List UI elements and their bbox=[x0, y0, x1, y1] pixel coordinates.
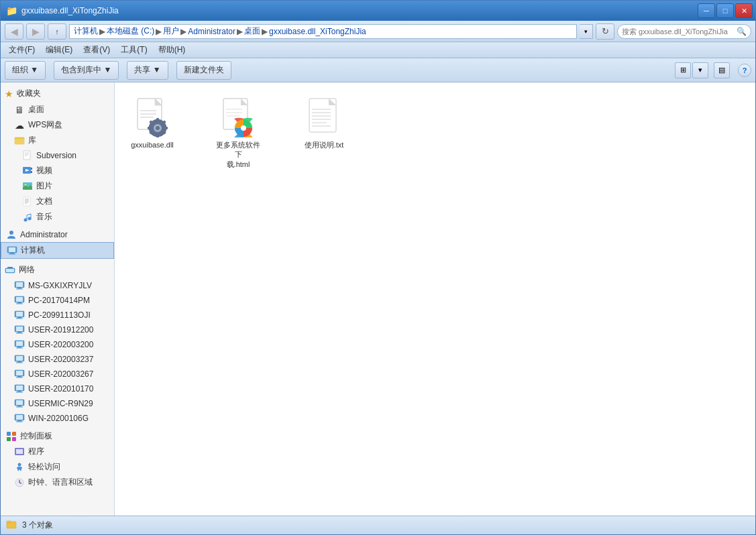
menu-file[interactable]: 文件(F) bbox=[3, 43, 40, 57]
sidebar-item-programs[interactable]: 程序 bbox=[1, 444, 114, 459]
organize-button[interactable]: 组织 ▼ bbox=[5, 61, 46, 80]
menu-help[interactable]: 帮助(H) bbox=[153, 43, 191, 57]
svg-rect-33 bbox=[16, 297, 23, 302]
file-item-dll[interactable]: gxxuibase.dll bbox=[125, 93, 179, 173]
svg-rect-59 bbox=[16, 392, 23, 393]
network-pc6-icon bbox=[14, 354, 25, 365]
svg-rect-71 bbox=[12, 437, 16, 441]
network-header[interactable]: 网络 bbox=[1, 261, 114, 278]
minimize-button[interactable]: ─ bbox=[698, 3, 715, 18]
menu-view[interactable]: 查看(V) bbox=[78, 43, 115, 57]
address-path[interactable]: 计算机 ▶ 本地磁盘 (C:) ▶ 用户 ▶ Administrator ▶ 桌… bbox=[69, 24, 577, 39]
svg-rect-42 bbox=[17, 332, 21, 333]
address-dropdown[interactable]: ▾ bbox=[580, 24, 593, 39]
menu-tools[interactable]: 工具(T) bbox=[115, 43, 152, 57]
file-item-txt[interactable]: 使用说明.txt bbox=[297, 93, 351, 173]
svg-rect-47 bbox=[16, 348, 23, 349]
html-file-icon bbox=[221, 97, 256, 137]
sidebar-item-user-2019[interactable]: USER-201912200 bbox=[1, 322, 114, 337]
sidebar-item-accessibility[interactable]: 轻松访问 bbox=[1, 459, 114, 475]
sidebar-item-win-2020[interactable]: WIN-20200106G bbox=[1, 411, 114, 426]
sidebar-item-music[interactable]: 音乐 bbox=[1, 209, 114, 225]
back-button[interactable]: ◀ bbox=[5, 23, 23, 40]
view-dropdown-button[interactable]: ▾ bbox=[692, 62, 708, 78]
sidebar-item-pc-2099[interactable]: PC-20991113OJI bbox=[1, 308, 114, 322]
new-folder-button[interactable]: 新建文件夹 bbox=[176, 61, 231, 80]
sidebar-item-pc-2017[interactable]: PC-20170414PM bbox=[1, 293, 114, 308]
path-part-computer[interactable]: 计算机 bbox=[74, 25, 98, 37]
svg-rect-24 bbox=[9, 253, 15, 254]
sidebar-item-user-20201017[interactable]: USER-202010170 bbox=[1, 381, 114, 396]
sidebar-item-more[interactable]: 时钟、语言和区域 bbox=[1, 475, 114, 490]
sidebar-item-user-20200323[interactable]: USER-202003237 bbox=[1, 352, 114, 367]
network-icon bbox=[5, 265, 15, 276]
sidebar-item-pictures[interactable]: 图片 bbox=[1, 178, 114, 194]
sidebar-item-user-20200326[interactable]: USER-202003267 bbox=[1, 367, 114, 381]
svg-rect-9 bbox=[31, 171, 32, 173]
view-controls: ⊞ ▾ ▤ ? bbox=[675, 62, 751, 78]
svg-rect-51 bbox=[16, 363, 23, 363]
maximize-button[interactable]: □ bbox=[716, 3, 734, 18]
help-button[interactable]: ? bbox=[738, 64, 751, 77]
sidebar-item-desktop[interactable]: 🖥 桌面 bbox=[1, 102, 114, 117]
forward-button[interactable]: ▶ bbox=[26, 23, 45, 40]
path-part-desktop[interactable]: 桌面 bbox=[244, 25, 260, 37]
dll-icon-wrap bbox=[132, 97, 172, 137]
control-panel-icon bbox=[6, 431, 17, 442]
sidebar-item-subversion[interactable]: Subversion bbox=[1, 148, 114, 163]
path-part-c[interactable]: 本地磁盘 (C:) bbox=[107, 25, 154, 37]
svg-rect-90 bbox=[164, 127, 168, 129]
sidebar-item-administrator[interactable]: Administrator bbox=[1, 227, 114, 242]
network-pc7-icon bbox=[14, 369, 25, 379]
title-bar-controls: ─ □ ✕ bbox=[698, 3, 753, 18]
txt-icon-wrap bbox=[304, 97, 344, 137]
refresh-button[interactable]: ↻ bbox=[596, 23, 614, 40]
title-bar-left: 📁 gxxuibase.dll_XiTongZhiJia bbox=[6, 5, 119, 16]
sidebar-item-computer[interactable]: 计算机 bbox=[1, 242, 114, 259]
pictures-icon bbox=[22, 181, 33, 192]
path-part-users[interactable]: 用户 bbox=[163, 25, 179, 37]
svg-rect-113 bbox=[7, 521, 11, 523]
search-input[interactable] bbox=[622, 27, 733, 36]
sidebar-item-library[interactable]: 库 bbox=[1, 133, 114, 148]
include-library-button[interactable]: 包含到库中 ▼ bbox=[54, 61, 119, 80]
search-box: 🔍 bbox=[617, 24, 751, 39]
view-list-button[interactable]: ▤ bbox=[714, 62, 730, 78]
share-button[interactable]: 共享 ▼ bbox=[127, 61, 168, 80]
file-item-html[interactable]: 更多系统软件下载.html bbox=[211, 93, 265, 173]
title-bar: 📁 gxxuibase.dll_XiTongZhiJia ─ □ ✕ bbox=[1, 1, 755, 21]
svg-rect-67 bbox=[16, 422, 23, 422]
menu-edit[interactable]: 编辑(E) bbox=[40, 43, 78, 57]
svg-rect-29 bbox=[16, 282, 23, 287]
main-area: ★ 收藏夹 🖥 桌面 ☁ WPS网盘 bbox=[1, 82, 755, 516]
svg-rect-41 bbox=[16, 326, 23, 331]
svg-rect-87 bbox=[156, 118, 159, 121]
sidebar-item-user-20200320[interactable]: USER-202003200 bbox=[1, 337, 114, 352]
svg-rect-65 bbox=[16, 415, 23, 420]
path-part-admin[interactable]: Administrator bbox=[188, 27, 235, 36]
sidebar-item-video[interactable]: 视频 bbox=[1, 163, 114, 178]
svg-rect-73 bbox=[16, 449, 23, 454]
sidebar-item-usermic[interactable]: USERMIC-R9N29 bbox=[1, 396, 114, 411]
sidebar-item-wps[interactable]: ☁ WPS网盘 bbox=[1, 117, 114, 133]
view-icons-button[interactable]: ⊞ bbox=[675, 62, 691, 78]
sidebar-item-control-panel[interactable]: 控制面板 bbox=[1, 428, 114, 444]
svg-rect-35 bbox=[16, 304, 23, 304]
computer-icon bbox=[7, 245, 17, 256]
svg-rect-37 bbox=[16, 312, 23, 316]
clock-icon bbox=[14, 477, 25, 488]
svg-point-74 bbox=[18, 463, 21, 466]
search-button[interactable]: 🔍 bbox=[736, 26, 747, 37]
path-part-folder[interactable]: gxxuibase.dll_XiTongZhiJia bbox=[269, 27, 366, 36]
svg-rect-54 bbox=[17, 376, 21, 377]
svg-rect-22 bbox=[9, 247, 15, 252]
svg-rect-89 bbox=[148, 127, 151, 129]
svg-rect-55 bbox=[16, 377, 23, 378]
up-button[interactable]: ↑ bbox=[48, 23, 66, 40]
sidebar-item-ms-gx[interactable]: MS-GXKIXRYJLV bbox=[1, 278, 114, 293]
sidebar-item-docs[interactable]: 文档 bbox=[1, 194, 114, 209]
close-button[interactable]: ✕ bbox=[735, 3, 753, 18]
network-pc9-icon bbox=[14, 398, 25, 409]
toolbar: 组织 ▼ 包含到库中 ▼ 共享 ▼ 新建文件夹 ⊞ ▾ ▤ ? bbox=[1, 58, 755, 82]
programs-icon bbox=[14, 447, 25, 457]
